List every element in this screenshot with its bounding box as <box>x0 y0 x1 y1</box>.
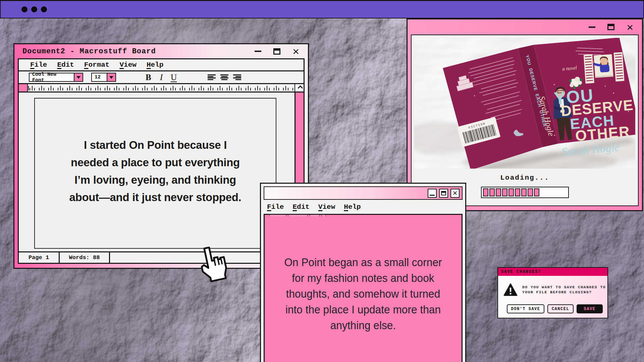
progress-segment <box>508 188 514 196</box>
chevron-up-icon <box>298 85 303 90</box>
font-family-select[interactable]: Cool New Font <box>29 73 83 82</box>
bold-button[interactable]: B <box>146 73 151 81</box>
scroll-up-button[interactable] <box>294 84 304 92</box>
progress-segment <box>489 188 495 196</box>
ruler-margin-handle[interactable] <box>19 84 28 92</box>
progress-segment <box>496 188 501 196</box>
progress-segment <box>483 188 488 196</box>
book-photo: FICTION <box>414 38 635 169</box>
font-family-value: Cool New Font <box>30 73 74 81</box>
menu-file[interactable]: File <box>267 203 284 211</box>
italic-button[interactable]: I <box>160 73 163 81</box>
chevron-down-icon <box>109 76 113 79</box>
dialog-message: DO YOU WANT TO SAVE CHANGES TO YOUR FILE… <box>522 285 606 295</box>
minimize-icon <box>430 195 435 196</box>
minimize-icon[interactable] <box>255 51 261 52</box>
underline-button[interactable]: U <box>171 73 177 81</box>
menu-help[interactable]: Help <box>344 203 361 211</box>
loading-label: Loading... <box>412 174 638 182</box>
document-toolbar: Cool New Font 12 B I U <box>19 71 304 84</box>
document-body-text: I started On Point because I needed a pl… <box>39 136 272 206</box>
minimize-button[interactable] <box>428 189 437 198</box>
maximize-icon[interactable] <box>607 24 614 30</box>
notes-body-text: On Point began as a small corner for my … <box>269 254 458 333</box>
dialog-titlebar[interactable]: SAVE CHANGES? <box>498 268 607 276</box>
menu-file[interactable]: File <box>30 61 47 69</box>
ruler <box>28 84 294 92</box>
page-outline: I started On Point because I needed a pl… <box>34 98 276 249</box>
word-count: Words: 88 <box>60 252 110 263</box>
page-indicator: Page 1 <box>19 252 60 263</box>
notes-window: × File Edit View Help On Point began as … <box>260 183 466 362</box>
close-button[interactable]: × <box>450 189 460 198</box>
scrollbar-thumb[interactable] <box>296 93 304 188</box>
document-menubar: File Edit Format View Help <box>19 59 304 71</box>
dont-save-button[interactable]: DON’T SAVE <box>507 304 544 313</box>
document-title: Document2 - Macrostuff Board <box>14 47 156 56</box>
notes-titlebar[interactable]: × <box>264 186 463 200</box>
save-changes-dialog: SAVE CHANGES? DO YOU WANT TO SAVE CHANGE… <box>497 267 608 318</box>
font-dropdown-button[interactable] <box>74 73 83 81</box>
notes-panel: On Point began as a small corner for my … <box>264 214 463 362</box>
dot-icon[interactable] <box>41 6 47 12</box>
font-size-select[interactable]: 12 <box>91 73 116 82</box>
maximize-button[interactable] <box>439 189 448 198</box>
document-canvas[interactable]: I started On Point because I needed a pl… <box>19 93 294 251</box>
minimize-icon[interactable] <box>589 26 595 28</box>
window-dots <box>21 6 47 12</box>
menu-view[interactable]: View <box>318 203 335 211</box>
progress-segment <box>528 188 533 196</box>
dot-icon[interactable] <box>31 6 37 12</box>
notes-menubar: File Edit View Help <box>264 200 463 214</box>
top-taskbar <box>0 0 644 18</box>
menu-format[interactable]: Format <box>84 61 110 69</box>
maximize-icon[interactable] <box>273 48 280 55</box>
progress-bar <box>481 187 569 198</box>
align-left-icon[interactable] <box>208 74 216 80</box>
close-icon[interactable]: × <box>292 48 299 55</box>
chevron-down-icon <box>76 76 80 79</box>
ruler-row <box>19 84 304 93</box>
document-titlebar[interactable]: Document2 - Macrostuff Board × <box>14 44 308 58</box>
size-dropdown-button[interactable] <box>107 73 115 81</box>
progress-segment <box>515 188 520 196</box>
close-icon: × <box>452 189 457 197</box>
progress-segment <box>502 188 507 196</box>
save-button[interactable]: SAVE <box>577 304 603 313</box>
dot-icon[interactable] <box>21 6 28 12</box>
align-right-icon[interactable] <box>233 74 241 80</box>
align-center-icon[interactable] <box>220 74 228 80</box>
image-viewer-window: × <box>407 18 643 211</box>
cancel-button[interactable]: CANCEL <box>547 304 574 313</box>
menu-view[interactable]: View <box>119 61 136 69</box>
menu-edit[interactable]: Edit <box>292 203 309 211</box>
warning-icon <box>503 283 518 296</box>
close-icon[interactable]: × <box>627 24 633 31</box>
maximize-icon <box>441 191 446 195</box>
progress-bar-fill <box>483 188 539 196</box>
image-window-titlebar[interactable]: × <box>408 19 642 35</box>
progress-segment <box>521 188 527 196</box>
tab-ghosts <box>269 215 326 217</box>
font-size-value: 12 <box>92 73 107 81</box>
progress-segment <box>534 188 539 196</box>
menu-edit[interactable]: Edit <box>57 61 74 69</box>
menu-help[interactable]: Help <box>147 61 163 69</box>
